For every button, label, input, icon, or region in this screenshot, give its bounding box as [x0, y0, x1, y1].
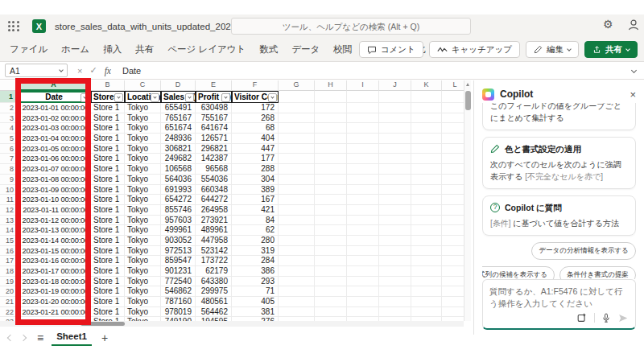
formula-bar-expand-icon[interactable]	[631, 68, 637, 73]
copilot-suggestion-card-formatting[interactable]: 色と書式設定の適用 次のすべてのセルを次のように強調表示する [不完全なセルを赤…	[482, 137, 636, 189]
cell[interactable]: 299975	[196, 286, 232, 297]
cell[interactable]: 755167	[196, 113, 232, 124]
cell-empty[interactable]	[347, 256, 379, 266]
vertical-scrollbar-thumb[interactable]	[465, 91, 471, 110]
cell[interactable]: Tokyo	[125, 307, 161, 318]
cell[interactable]: 84	[232, 216, 279, 226]
cell[interactable]: 2023-01-12 00:00:00	[17, 216, 91, 226]
prev-sheet-icon[interactable]	[7, 334, 14, 340]
send-icon[interactable]	[617, 313, 629, 323]
cell-empty[interactable]	[442, 216, 464, 226]
cell[interactable]: Store 1	[91, 113, 125, 124]
cell[interactable]: 421	[232, 205, 279, 216]
cell-empty[interactable]	[442, 236, 464, 246]
cell-empty[interactable]	[279, 123, 315, 134]
cell-empty[interactable]	[347, 144, 379, 154]
column-header-G[interactable]: G	[279, 80, 315, 91]
cell[interactable]: 404	[232, 134, 279, 144]
cell[interactable]: 2023-01-21 00:00:00	[17, 307, 91, 318]
cell[interactable]: 381	[232, 307, 279, 318]
cell-empty[interactable]	[347, 286, 379, 297]
cell-empty[interactable]	[379, 246, 411, 257]
cell-empty[interactable]	[347, 113, 379, 124]
cell[interactable]: 2023-01-10 00:00:00	[17, 195, 91, 205]
filter-dropdown-icon[interactable]	[80, 93, 89, 102]
cell[interactable]: Store 1	[91, 246, 125, 257]
filter-dropdown-icon[interactable]	[114, 93, 123, 102]
menu-tab-ページ レイアウト[interactable]: ページ レイアウト	[167, 43, 246, 56]
cell[interactable]: Store 1	[91, 297, 125, 307]
cell[interactable]: Tokyo	[125, 246, 161, 257]
cell[interactable]: 280	[232, 236, 279, 246]
row-header-11[interactable]: 11	[0, 195, 17, 205]
cell[interactable]: Store 1	[91, 144, 125, 154]
cell-empty[interactable]	[411, 113, 442, 124]
cell[interactable]: Tokyo	[125, 175, 161, 185]
cell-empty[interactable]	[347, 195, 379, 205]
menu-tab-挿入[interactable]: 挿入	[103, 43, 122, 56]
cell[interactable]: Tokyo	[125, 164, 161, 175]
cell[interactable]: 2023-01-20 00:00:00	[17, 297, 91, 307]
cell-empty[interactable]	[442, 113, 464, 124]
cell-empty[interactable]	[315, 144, 347, 154]
header-cell-Location[interactable]: Location	[125, 91, 161, 103]
cell-empty[interactable]	[411, 236, 442, 246]
cell-empty[interactable]	[279, 144, 315, 154]
row-header-22[interactable]: 22	[0, 307, 17, 318]
cell[interactable]: 523142	[196, 246, 232, 257]
cell[interactable]: Store 1	[91, 205, 125, 216]
cell-empty[interactable]	[411, 91, 442, 103]
cell-empty[interactable]	[279, 256, 315, 266]
column-header-D[interactable]: D	[161, 80, 196, 91]
cell[interactable]: Tokyo	[125, 195, 161, 205]
cell-empty[interactable]	[279, 91, 315, 103]
cell[interactable]: 655491	[161, 103, 196, 113]
cell-empty[interactable]	[411, 266, 442, 277]
horizontal-scrollbar[interactable]	[0, 321, 464, 327]
cell-empty[interactable]	[315, 297, 347, 307]
cell-empty[interactable]	[347, 277, 379, 287]
cell[interactable]: 2023-01-04 00:00:00	[17, 134, 91, 144]
cell-empty[interactable]	[379, 134, 411, 144]
cell[interactable]: 654272	[161, 195, 196, 205]
cell-empty[interactable]	[315, 91, 347, 103]
cell-empty[interactable]	[347, 154, 379, 164]
cell-empty[interactable]	[347, 205, 379, 216]
cell-empty[interactable]	[442, 205, 464, 216]
column-header-E[interactable]: E	[196, 80, 232, 91]
cell-empty[interactable]	[347, 307, 379, 318]
cell[interactable]: 2023-01-05 00:00:00	[17, 144, 91, 154]
row-header-14[interactable]: 14	[0, 225, 17, 236]
cell-empty[interactable]	[347, 216, 379, 226]
cell-empty[interactable]	[411, 175, 442, 185]
cell-empty[interactable]	[411, 307, 442, 318]
cell[interactable]: 2023-01-06 00:00:00	[17, 154, 91, 164]
cell[interactable]: 691993	[161, 185, 196, 195]
cell[interactable]: 2023-01-03 00:00:00	[17, 123, 91, 134]
cell[interactable]: 264958	[196, 205, 232, 216]
cell-empty[interactable]	[411, 216, 442, 226]
cell-empty[interactable]	[347, 91, 379, 103]
cell-empty[interactable]	[315, 185, 347, 195]
cell[interactable]: 787160	[161, 297, 196, 307]
sheet-list-menu-icon[interactable]: ≡	[37, 331, 43, 344]
cell-empty[interactable]	[379, 286, 411, 297]
menu-tab-校閲[interactable]: 校閲	[333, 43, 352, 56]
copilot-close-icon[interactable]: ×	[630, 88, 636, 101]
cell[interactable]: 293	[232, 277, 279, 287]
comments-button[interactable]: コメント	[359, 41, 423, 58]
cell[interactable]: Store 1	[91, 164, 125, 175]
cell-empty[interactable]	[315, 246, 347, 257]
copilot-input-box[interactable]: 質問するか、A1:F5476 に対して行う操作を入力してください	[482, 279, 636, 331]
cell[interactable]: Store 1	[91, 286, 125, 297]
filter-dropdown-icon[interactable]	[221, 93, 230, 102]
cell-empty[interactable]	[442, 164, 464, 175]
cell-empty[interactable]	[442, 123, 464, 134]
cell-empty[interactable]	[279, 297, 315, 307]
cell-empty[interactable]	[279, 113, 315, 124]
cell-empty[interactable]	[442, 286, 464, 297]
spreadsheet-grid[interactable]: ABCDEFGHIJKL1DateStoreLocationSales (¥)P…	[0, 80, 464, 327]
account-avatar-icon[interactable]	[627, 19, 640, 35]
cell-empty[interactable]	[379, 113, 411, 124]
cell-empty[interactable]	[279, 154, 315, 164]
